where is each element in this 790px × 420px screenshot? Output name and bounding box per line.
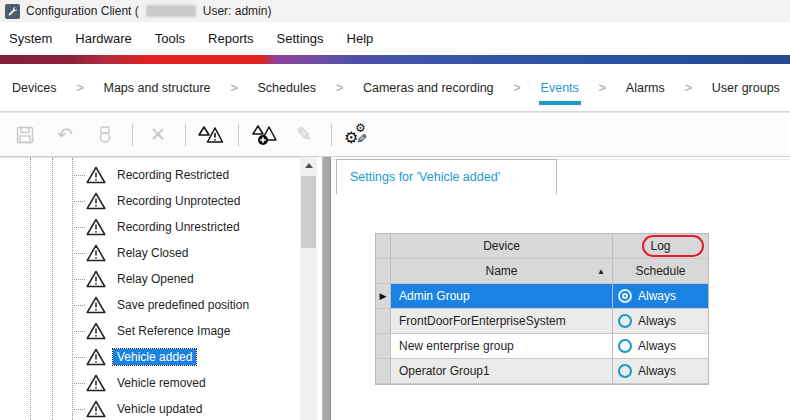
page-navigation: Devices > Maps and structure > Schedules… — [0, 64, 790, 112]
nav-cameras-and-recording[interactable]: Cameras and recording — [363, 81, 494, 95]
toolbar-separator — [238, 124, 239, 146]
table-row[interactable]: New enterprise group Always — [376, 334, 708, 359]
activate-button[interactable] — [90, 120, 120, 150]
scrollbar-up-button[interactable] — [300, 157, 317, 174]
warning-triangle-icon — [86, 270, 106, 288]
menu-system[interactable]: System — [9, 31, 52, 46]
sort-ascending-icon[interactable]: ▲ — [597, 267, 605, 276]
chevron-right-icon: > — [230, 80, 238, 95]
menu-bar: System Hardware Tools Reports Settings H… — [0, 22, 790, 55]
row-selector-cell — [376, 359, 391, 384]
chevron-right-icon: > — [599, 80, 607, 95]
event-tree-panel: Recording Restricted Recording Unprotect… — [0, 157, 300, 420]
row-name-cell[interactable]: New enterprise group — [391, 334, 613, 359]
tab-settings-for-event[interactable]: Settings for 'Vehicle added' — [336, 159, 557, 194]
redacted-text — [146, 5, 196, 17]
add-compound-event-button[interactable] — [249, 120, 279, 150]
row-schedule-cell[interactable]: Always — [613, 284, 708, 309]
scroll-up-icon — [305, 163, 313, 168]
table-row[interactable]: Operator Group1 Always — [376, 359, 708, 384]
schedule-circle-icon — [618, 314, 632, 328]
nav-devices[interactable]: Devices — [12, 81, 56, 95]
name-column-header[interactable]: Name ▲ — [391, 259, 613, 284]
menu-settings[interactable]: Settings — [277, 31, 324, 46]
table-group-header-row: Device Log — [376, 234, 708, 259]
gutter-header-cell — [376, 234, 391, 259]
row-schedule-cell[interactable]: Always — [613, 309, 708, 334]
tree-item-vehicle-updated[interactable]: Vehicle updated — [0, 396, 300, 420]
edit-button[interactable]: ✎ — [289, 120, 319, 150]
schedule-circle-icon — [618, 289, 632, 303]
scrollbar-thumb[interactable] — [301, 176, 316, 248]
tree-item-vehicle-added-selected[interactable]: Vehicle added — [0, 344, 300, 370]
tree-item-recording-unprotected[interactable]: Recording Unprotected — [0, 188, 300, 214]
nav-events-active[interactable]: Events — [541, 81, 579, 95]
warning-triangle-icon — [86, 374, 106, 392]
nav-maps-and-structure[interactable]: Maps and structure — [104, 81, 211, 95]
row-selector-cell — [376, 309, 391, 334]
warning-triangle-icon — [86, 192, 106, 210]
tree-item-vehicle-removed[interactable]: Vehicle removed — [0, 370, 300, 396]
delete-button[interactable]: ✕ — [143, 120, 173, 150]
row-name-cell[interactable]: FrontDoorForEnterpriseSystem — [391, 309, 613, 334]
current-row-marker-icon: ▶ — [380, 291, 387, 301]
row-selector-cell: ▶ — [376, 284, 391, 309]
undo-icon: ↶ — [57, 125, 73, 144]
toolbar-separator — [185, 124, 186, 146]
device-log-table: Device Log Name ▲ Schedule ▶ Admin Group — [375, 233, 709, 385]
panel-splitter[interactable] — [322, 157, 331, 420]
event-settings-button[interactable]: ⚙ ⚙ ✎ — [342, 120, 372, 150]
event-settings-icon: ⚙ ⚙ ✎ — [344, 122, 370, 148]
device-group-header[interactable]: Device — [391, 234, 613, 259]
chevron-right-icon: > — [513, 80, 521, 95]
brand-stripe — [0, 55, 790, 64]
warning-triangle-icon — [86, 166, 106, 184]
add-event-button[interactable] — [196, 120, 226, 150]
menu-hardware[interactable]: Hardware — [75, 31, 131, 46]
title-bar: Configuration Client ( User: admin) — [0, 0, 790, 22]
toolbar: ↶ ✕ ✎ ⚙ ⚙ ✎ — [0, 112, 790, 157]
tab-label: Settings for 'Vehicle added' — [350, 170, 500, 184]
tree-item-relay-closed[interactable]: Relay Closed — [0, 240, 300, 266]
table-row[interactable]: FrontDoorForEnterpriseSystem Always — [376, 309, 708, 334]
nav-alarms[interactable]: Alarms — [626, 81, 665, 95]
schedule-circle-icon — [618, 339, 632, 353]
row-name-cell[interactable]: Admin Group — [391, 284, 613, 309]
menu-help[interactable]: Help — [347, 31, 374, 46]
tree-item-recording-restricted[interactable]: Recording Restricted — [0, 162, 300, 188]
table-row[interactable]: ▶ Admin Group Always — [376, 284, 708, 309]
tree-item-set-reference-image[interactable]: Set Reference Image — [0, 318, 300, 344]
active-tab-underline — [539, 101, 581, 105]
warning-triangle-icon — [86, 218, 106, 236]
menu-reports[interactable]: Reports — [208, 31, 254, 46]
warning-triangle-icon — [86, 400, 106, 418]
chevron-right-icon: > — [336, 80, 344, 95]
tree-scrollbar[interactable] — [300, 157, 317, 420]
tree-item-save-predefined-position[interactable]: Save predefined position — [0, 292, 300, 318]
row-schedule-cell[interactable]: Always — [613, 359, 708, 384]
save-button[interactable] — [10, 120, 40, 150]
gutter-header-cell — [376, 259, 391, 284]
warning-triangle-icon — [86, 244, 106, 262]
save-icon — [15, 125, 35, 145]
schedule-column-header[interactable]: Schedule — [613, 259, 708, 284]
tree-item-relay-opened[interactable]: Relay Opened — [0, 266, 300, 292]
chevron-right-icon: > — [684, 80, 692, 95]
nav-schedules[interactable]: Schedules — [258, 81, 316, 95]
activate-icon — [95, 125, 115, 145]
menu-tools[interactable]: Tools — [155, 31, 185, 46]
window-title-prefix: Configuration Client ( — [26, 4, 139, 18]
tree-item-recording-unrestricted[interactable]: Recording Unrestricted — [0, 214, 300, 240]
undo-button[interactable]: ↶ — [50, 120, 80, 150]
row-name-cell[interactable]: Operator Group1 — [391, 359, 613, 384]
add-compound-event-icon — [251, 123, 277, 147]
nav-events-label: Events — [541, 81, 579, 95]
nav-user-groups[interactable]: User groups — [712, 81, 780, 95]
edit-icon: ✎ — [296, 125, 312, 144]
row-selector-cell — [376, 334, 391, 359]
wrench-icon — [5, 4, 20, 19]
toolbar-separator — [132, 124, 133, 146]
row-schedule-cell[interactable]: Always — [613, 334, 708, 359]
schedule-circle-icon — [618, 364, 632, 378]
log-group-header[interactable]: Log — [613, 234, 708, 259]
